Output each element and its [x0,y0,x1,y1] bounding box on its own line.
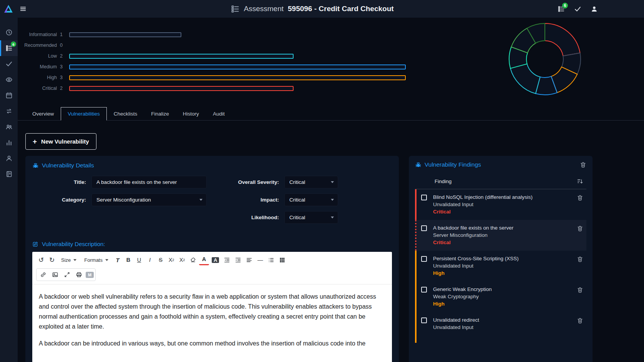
tab-history[interactable]: History [176,107,206,121]
finding-severity: Critical [433,240,571,246]
sidebar-item-review[interactable] [0,72,18,88]
finding-title: Persistent Cross-Site Scripting (XSS) [433,256,571,261]
tab-vulnerabilities[interactable]: Vulnerabilities [61,107,107,121]
table-grid-icon[interactable] [277,255,287,265]
delete-finding-button[interactable] [577,194,583,201]
redo-icon[interactable]: ↻ [47,255,57,265]
details-panel-title: Vulnerability Details [42,162,94,169]
menu-toggle-icon[interactable] [20,5,27,12]
app-logo-icon[interactable] [3,4,13,14]
sidebar-item-retest[interactable] [0,103,18,119]
bug-icon [415,162,422,168]
user-account-icon[interactable] [591,5,598,13]
chevron-down-icon [331,181,334,183]
sidebar-item-profile[interactable] [0,150,18,166]
subscript-icon[interactable]: X2 [166,255,176,265]
editor-content[interactable]: A backdoor or web shell vulnerability re… [32,284,392,362]
superscript-icon[interactable]: X2 [177,255,187,265]
ordered-list-icon[interactable] [266,255,276,265]
rich-text-editor: ↺ ↻ Size Formats T B U I S X2 X2 A A [32,252,392,362]
severity-label: Overall Severity: [221,179,279,185]
tab-audit[interactable]: Audit [206,107,232,121]
eraser-icon[interactable] [188,255,198,265]
assessments-shortcut-icon[interactable]: 6 [558,5,565,13]
sidebar-item-clients[interactable] [0,119,18,135]
underline-icon[interactable]: U [134,255,144,265]
findings-table-header: Finding [415,178,586,189]
align-icon[interactable] [244,255,254,265]
findings-panel-header: Vulnerability Findings [415,161,481,168]
category-select[interactable]: Server Misconfiguration [91,193,207,206]
text-color-icon[interactable]: A [199,255,209,265]
bar-category-label: Medium [18,64,57,69]
horizontal-rule-icon[interactable]: — [255,255,265,265]
delete-finding-button[interactable] [577,317,583,324]
finding-checkbox[interactable] [421,287,427,293]
tab-finalize[interactable]: Finalize [144,107,176,121]
finding-title: Unvalidated redirect [433,317,571,323]
finding-checkbox[interactable] [421,195,427,200]
finding-title: Blind NoSQL Injection (differential anal… [433,194,571,200]
finding-row[interactable]: Persistent Cross-Site Scripting (XSS) Un… [415,251,586,281]
sidebar-item-checklists[interactable] [0,56,18,72]
likelihood-select[interactable]: Critical [284,211,338,224]
impact-value: Critical [289,197,305,203]
sidebar-item-statistics[interactable] [0,135,18,150]
sidebar-item-assessments[interactable]: 6 [0,40,18,56]
sort-icon[interactable] [577,178,583,185]
outdent-icon[interactable] [222,255,232,265]
finding-category: Weak Cryptography [433,294,571,299]
bug-icon [32,162,39,169]
finding-checkbox[interactable] [421,225,427,231]
background-color-icon[interactable]: A [210,255,221,265]
bar-category-label: Low [18,53,57,59]
remove-format-icon[interactable]: T [113,255,123,265]
finding-row[interactable]: A backdoor file exists on the server Ser… [415,220,586,251]
finding-severity: High [433,270,571,276]
finding-checkbox[interactable] [421,317,427,323]
undo-icon[interactable]: ↺ [36,255,46,265]
severity-bar [69,54,294,59]
print-icon[interactable] [74,269,84,280]
size-select[interactable]: Size [58,255,80,265]
sidebar-item-knowledge-base[interactable] [0,166,18,182]
finding-category: Unvalidated Input [433,324,571,330]
delete-finding-button[interactable] [577,225,583,232]
italic-icon[interactable]: I [145,255,155,265]
sidebar-item-audits[interactable] [0,25,18,40]
bar-value: 3 [60,64,66,69]
finding-title: Generic Weak Encryption [433,286,571,292]
bold-icon[interactable]: B [123,255,133,265]
finding-severity [433,332,571,338]
delete-finding-button[interactable] [577,286,583,293]
unlink-icon[interactable] [38,269,48,280]
delete-findings-button[interactable] [580,161,586,168]
formats-select[interactable]: Formats [81,255,112,265]
assessment-icon [231,5,240,13]
new-vulnerability-button[interactable]: + New Vulnerability [25,133,96,150]
image-icon[interactable] [50,269,60,280]
strikethrough-icon[interactable]: S [156,255,166,265]
bar-category-label: High [18,75,57,80]
title-input[interactable] [91,176,207,188]
approve-check-icon[interactable] [574,5,581,13]
finding-checkbox[interactable] [421,256,427,262]
category-label: Category: [32,197,86,203]
severity-select[interactable]: Critical [284,176,338,188]
finding-row[interactable]: Blind NoSQL Injection (differential anal… [415,189,586,220]
finding-row[interactable]: Generic Weak Encryption Weak Cryptograph… [415,281,586,312]
bar-value: 2 [60,86,66,91]
sidebar-item-calendar[interactable] [0,88,18,103]
tab-checklists[interactable]: Checklists [107,107,144,121]
topbar: Assessment 595096 - Credit Card Checkout… [0,0,644,18]
markdown-toggle-icon[interactable]: M [86,272,94,278]
chevron-down-icon [199,199,202,201]
person-icon [5,155,13,162]
fullscreen-icon[interactable] [62,269,72,280]
finding-row[interactable]: Unvalidated redirect Unvalidated Input [415,312,586,343]
indent-icon[interactable] [233,255,243,265]
impact-select[interactable]: Critical [284,193,338,206]
delete-finding-button[interactable] [577,256,583,263]
tab-overview[interactable]: Overview [25,107,61,121]
severity-bar [69,75,406,80]
